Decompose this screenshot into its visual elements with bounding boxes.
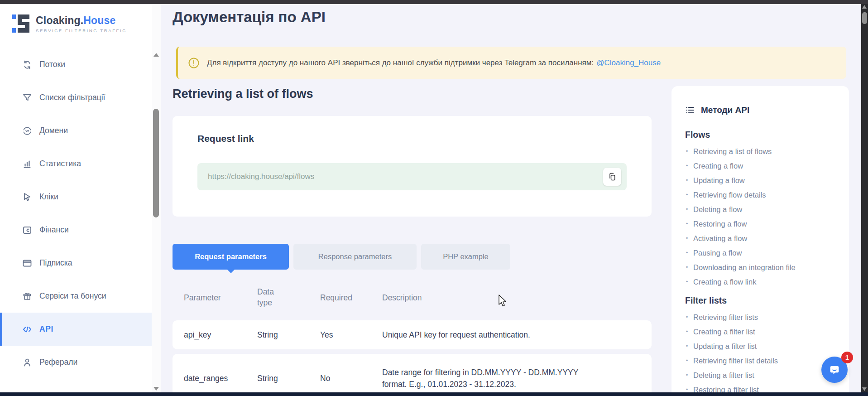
sidebar-item-services-bonuses[interactable]: Сервіси та бонуси [0, 280, 161, 313]
cell-parameter: date_ranges [173, 374, 257, 383]
table-row: date_ranges String No Date range for fil… [173, 354, 652, 392]
method-link[interactable]: Deleting a flow [685, 202, 840, 217]
sidebar-item-clicks[interactable]: Кліки [0, 180, 161, 213]
services-bonuses-icon [22, 291, 33, 302]
window-bottom-edge [0, 392, 868, 396]
sidebar-scrollbar-thumb[interactable] [153, 109, 159, 217]
statistics-icon [22, 159, 33, 169]
subscription-icon [22, 258, 33, 269]
page-scrollbar[interactable] [861, 0, 868, 396]
telegram-link[interactable]: @Cloaking_House [596, 58, 661, 67]
method-link[interactable]: Retrieving filter lists [685, 310, 840, 324]
brand-tagline: SERVICE FILTERING TRAFFIC [36, 28, 127, 33]
banner-text: Для відкриття доступу до нашого API звер… [207, 58, 661, 68]
sidebar-item-label: Сервіси та бонуси [39, 291, 106, 301]
sidebar-item-label: Списки фільтрації [39, 93, 105, 102]
sidebar-item-label: Підписка [39, 258, 72, 268]
sidebar: Cloaking.House SERVICE FILTERING TRAFFIC… [0, 4, 161, 392]
sidebar-item-api[interactable]: API [0, 313, 161, 346]
mouse-cursor [498, 295, 510, 308]
parameter-tabs: Request parameters Response parameters P… [173, 244, 510, 270]
scroll-down-arrow-icon[interactable] [862, 387, 867, 391]
referrals-icon [22, 357, 33, 368]
flows-icon [22, 59, 33, 70]
tab-request-parameters[interactable]: Request parameters [173, 244, 289, 270]
method-link[interactable]: Creating a flow link [685, 275, 840, 289]
cell-data-type: String [257, 374, 320, 383]
method-link[interactable]: Creating a filter list [685, 324, 840, 339]
sidebar-scrollbar[interactable] [152, 4, 161, 392]
method-link[interactable]: Retrieving a list of flows [685, 144, 840, 159]
method-link[interactable]: Retrieving flow details [685, 188, 840, 202]
sidebar-item-label: Кліки [39, 192, 58, 202]
sidebar-nav: Потоки Списки фільтрації Домени [0, 48, 161, 379]
table-header-parameter: Parameter [173, 293, 257, 303]
sidebar-item-label: Реферали [39, 357, 77, 367]
logo-icon [12, 13, 30, 34]
method-link[interactable]: Updating a filter list [685, 339, 840, 353]
sidebar-item-domains[interactable]: Домени [0, 114, 161, 147]
cell-required: No [320, 374, 382, 383]
method-link[interactable]: Pausing a flow [685, 246, 840, 260]
sidebar-item-finance[interactable]: Фінанси [0, 213, 161, 246]
method-link[interactable]: Restoring a filter list [685, 382, 840, 392]
api-methods-panel: Методи API Flows Retrieving a list of fl… [671, 86, 849, 392]
logo-text: Cloaking.House SERVICE FILTERING TRAFFIC [36, 14, 127, 33]
list-icon [685, 105, 695, 115]
methods-panel-title: Методи API [701, 105, 749, 115]
method-link[interactable]: Updating a flow [685, 173, 840, 188]
finance-icon [22, 225, 33, 236]
filter-lists-icon [22, 92, 33, 103]
table-header-description: Description [382, 293, 652, 303]
method-link[interactable]: Retrieving filter list details [685, 353, 840, 368]
method-link[interactable]: Creating a flow [685, 159, 840, 173]
info-banner: Для відкриття доступу до нашого API звер… [176, 47, 846, 79]
request-link-card: Request link https://cloaking.house/api/… [173, 116, 652, 217]
copy-icon [608, 172, 617, 181]
window-top-edge [0, 0, 868, 4]
cell-parameter: api_key [173, 330, 257, 340]
main-content: Документація по API Для відкриття доступ… [161, 4, 861, 392]
methods-panel-header: Методи API [685, 105, 840, 115]
page-scrollbar-thumb[interactable] [862, 12, 867, 24]
chat-widget-button[interactable]: 1 [821, 357, 848, 383]
api-icon [22, 324, 33, 335]
section-title: Retrieving a list of flows [173, 87, 313, 101]
request-url-field[interactable]: https://cloaking.house/api/flows [197, 163, 627, 190]
tab-response-parameters[interactable]: Response parameters [293, 244, 417, 270]
method-link[interactable]: Downloading an integration file [685, 260, 840, 275]
logo[interactable]: Cloaking.House SERVICE FILTERING TRAFFIC [12, 13, 127, 34]
sidebar-item-subscription[interactable]: Підписка [0, 246, 161, 280]
sidebar-item-label: Домени [39, 126, 68, 135]
sidebar-item-flows[interactable]: Потоки [0, 48, 161, 81]
scroll-up-arrow-icon[interactable] [862, 5, 867, 9]
sidebar-scroll-down-icon[interactable] [153, 387, 159, 391]
methods-section-flows: Flows [685, 130, 840, 140]
table-header-data-type: Data type [257, 287, 320, 308]
methods-section-filter-lists: Filter lists [685, 295, 840, 306]
tab-php-example[interactable]: PHP example [421, 244, 510, 270]
sidebar-item-label: Статистика [39, 159, 81, 169]
sidebar-item-statistics[interactable]: Статистика [0, 147, 161, 180]
sidebar-item-filter-lists[interactable]: Списки фільтрації [0, 81, 161, 114]
sidebar-item-referrals[interactable]: Реферали [0, 346, 161, 379]
methods-list-flows: Retrieving a list of flows Creating a fl… [685, 144, 840, 289]
sidebar-item-label: Потоки [39, 60, 65, 69]
sidebar-scroll-up-icon[interactable] [153, 53, 159, 57]
chat-bubble-icon [828, 363, 841, 377]
method-link[interactable]: Activating a flow [685, 231, 840, 246]
cell-data-type: String [257, 330, 320, 340]
copy-button[interactable] [603, 168, 621, 186]
brand-name: Cloaking.House [36, 14, 127, 27]
sidebar-item-label: Фінанси [39, 225, 69, 235]
clicks-icon [22, 192, 33, 203]
cell-description: Date range for filtering in DD.MM.YYYY -… [382, 367, 652, 391]
request-link-title: Request link [197, 133, 254, 144]
cell-required: Yes [320, 330, 382, 340]
sidebar-item-label: API [39, 324, 53, 334]
cell-description: Unique API key for request authenticatio… [382, 330, 652, 340]
method-link[interactable]: Deleting a filter list [685, 368, 840, 382]
methods-list-filter-lists: Retrieving filter lists Creating a filte… [685, 310, 840, 392]
method-link[interactable]: Restoring a flow [685, 217, 840, 231]
page-title: Документація по API [173, 9, 326, 26]
